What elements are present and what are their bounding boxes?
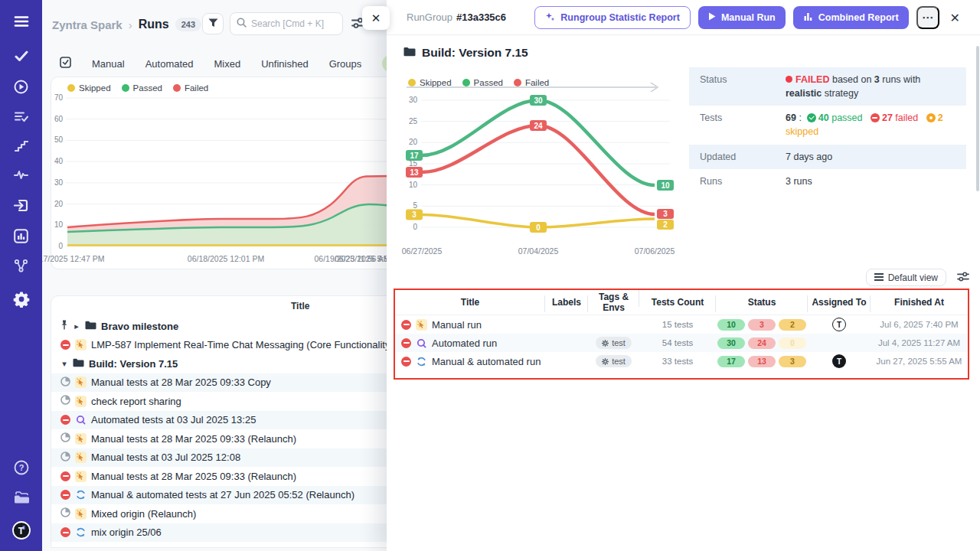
in-progress-status-icon: [60, 395, 70, 407]
list-column-title: Title: [291, 301, 309, 311]
test-cases-icon[interactable]: [0, 51, 42, 62]
manual-run-button[interactable]: Manual Run: [698, 6, 786, 29]
list-item[interactable]: Automated tests at 03 Jul 2025 13:25: [51, 411, 430, 430]
search-input[interactable]: [251, 18, 328, 29]
svg-text:0: 0: [58, 242, 63, 250]
drawer-close-button[interactable]: ✕: [950, 11, 960, 25]
list-item-milestone-open[interactable]: ▾ Build: Version 7.15: [51, 354, 430, 373]
table-settings-icon[interactable]: [957, 271, 969, 285]
list-item[interactable]: Mixed origin (Relaunch): [51, 504, 430, 523]
mixed-run-icon: [75, 527, 87, 538]
rungroup-drawer: ✕ RunGroup #13a335c6 Rungroup Statistic …: [387, 0, 980, 551]
list-item[interactable]: Manual tests at 03 Jul 2025 12:08: [51, 448, 430, 468]
drawer-actions: Rungroup Statistic Report Manual Run Com…: [534, 6, 960, 29]
failed-status-icon: [60, 471, 70, 481]
list-item[interactable]: mix origin 25/06: [51, 523, 430, 543]
list-item[interactable]: Manual tests at 28 Mar 2025 09:33 Copy: [51, 373, 430, 393]
tab-manual[interactable]: Manual: [92, 58, 125, 70]
select-all-icon[interactable]: [60, 57, 71, 71]
runs-icon[interactable]: [0, 80, 42, 94]
default-view-button[interactable]: Default view: [866, 269, 946, 286]
rungroup-summary-panel: Status FAILED based on 3 runs with reali…: [689, 67, 966, 194]
svg-text:10: 10: [661, 181, 670, 190]
svg-text:13: 13: [410, 168, 419, 177]
milestones-icon[interactable]: [0, 141, 42, 152]
combined-report-button[interactable]: Combined Report: [793, 6, 909, 29]
rungroup-statistic-report-button[interactable]: Rungroup Statistic Report: [534, 6, 691, 29]
failed-dot-icon: [173, 84, 181, 92]
x-axis-label: 06/27/2025: [402, 246, 443, 256]
workflows-icon[interactable]: [0, 259, 42, 273]
svg-text:2: 2: [663, 220, 668, 229]
rungroup-line-chart: 30 25 20 15 10 5 0 17 30 10 13 24 3 3 0 …: [406, 92, 675, 242]
svg-text:40: 40: [54, 157, 64, 165]
rungroup-label: RunGroup: [407, 11, 452, 23]
passed-dot-icon: [122, 84, 129, 92]
legend-failed: Failed: [173, 83, 208, 93]
legend-passed: Passed: [462, 78, 503, 87]
list-item[interactable]: Manual & automated tests at 27 Jun 2025 …: [51, 486, 430, 505]
svg-text:3: 3: [663, 210, 668, 218]
runs-value: 3 runs: [786, 174, 956, 188]
list-item[interactable]: check report sharing: [51, 392, 430, 411]
funnel-icon: [208, 17, 218, 31]
svg-text:30: 30: [534, 96, 543, 105]
panel-close-button[interactable]: ✕: [362, 6, 390, 30]
activity-icon[interactable]: [0, 170, 42, 180]
tab-groups[interactable]: Groups: [329, 58, 362, 70]
in-progress-status-icon: [60, 377, 70, 389]
legend-failed: Failed: [514, 78, 549, 87]
filter-button[interactable]: [202, 13, 224, 34]
drawer-header: RunGroup #13a335c6 Rungroup Statistic Re…: [387, 0, 980, 35]
list-item[interactable]: Manual tests at 28 Mar 2025 09:33 (Relau…: [51, 467, 430, 486]
svg-text:70: 70: [54, 93, 64, 102]
svg-text:20: 20: [54, 200, 64, 208]
svg-text:24: 24: [534, 122, 543, 130]
runs-filter-tabs: Manual Automated Mixed Unfinished Groups…: [60, 54, 434, 73]
status-value: FAILED: [795, 74, 829, 85]
chart-legend: Skipped Passed Failed: [408, 78, 549, 87]
svg-text:20: 20: [409, 138, 418, 146]
caret-right-icon[interactable]: ▸: [73, 321, 80, 331]
settings-gear-icon[interactable]: [0, 291, 42, 308]
imports-icon[interactable]: [0, 199, 42, 212]
in-progress-status-icon: [60, 507, 70, 520]
passed-check-icon: [807, 113, 816, 122]
summary-row-updated: Updated 7 days ago: [689, 145, 966, 169]
svg-text:?: ?: [18, 463, 24, 472]
scrollbar-thumb[interactable]: [976, 46, 979, 191]
manual-run-icon: [75, 471, 87, 482]
svg-text:10: 10: [409, 181, 418, 189]
x-axis-label: 06/18/2025 12:01 PM: [188, 254, 264, 263]
tab-mixed[interactable]: Mixed: [214, 58, 241, 70]
plans-icon[interactable]: [0, 111, 42, 122]
list-item-milestone[interactable]: ▸ Bravo milestone: [51, 317, 430, 336]
projects-folder-icon[interactable]: [0, 491, 42, 504]
summary-row-runs: Runs 3 runs: [689, 169, 966, 194]
list-item[interactable]: LMP-587 Implement Real-Time Chat Messagi…: [51, 336, 430, 355]
help-icon[interactable]: ?: [0, 460, 42, 475]
failed-minus-icon: [871, 113, 880, 122]
in-progress-status-icon: [60, 432, 70, 445]
tab-automated[interactable]: Automated: [145, 58, 194, 70]
user-avatar[interactable]: T: [0, 521, 42, 540]
failed-status-icon: [60, 415, 70, 425]
svg-text:60: 60: [54, 115, 64, 123]
manual-run-icon: [75, 339, 87, 350]
tab-unfinished[interactable]: Unfinished: [261, 58, 308, 70]
breadcrumb-app[interactable]: Zyntra Spark: [52, 18, 122, 31]
more-actions-button[interactable]: ⋯: [916, 6, 939, 29]
menu-icon[interactable]: [0, 15, 42, 28]
caret-down-icon[interactable]: ▾: [60, 359, 68, 369]
svg-text:0: 0: [413, 223, 417, 231]
sidebar: ? T: [0, 0, 42, 551]
list-item[interactable]: Manual tests at 28 Mar 2025 09:33 (Relau…: [51, 429, 430, 448]
breadcrumb: Zyntra Spark › Runs 243: [52, 14, 201, 35]
svg-text:10: 10: [54, 220, 64, 229]
app-window: ? T Zyntra Spark › Runs 243 Manual Autom…: [0, 0, 980, 551]
svg-text:30: 30: [409, 96, 418, 104]
analytics-icon[interactable]: [0, 229, 42, 243]
search-box[interactable]: [230, 12, 343, 35]
skipped-dot-icon: [67, 84, 75, 92]
x-axis-label: 07/04/2025: [518, 246, 559, 256]
